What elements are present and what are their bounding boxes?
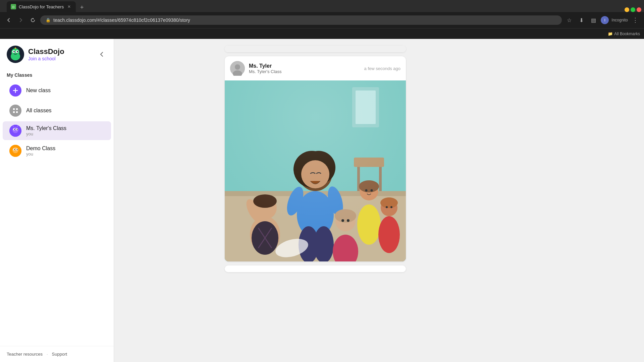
incognito-label: Incognito xyxy=(611,18,628,22)
minimize-button[interactable]: – xyxy=(625,7,629,12)
svg-point-18 xyxy=(12,127,18,133)
story-image xyxy=(225,80,406,261)
story-card-top xyxy=(225,46,406,52)
right-panel xyxy=(517,39,644,362)
svg-point-26 xyxy=(17,125,18,126)
demo-class-text: Demo Class you xyxy=(26,145,55,157)
demo-class-icon xyxy=(9,145,21,157)
footer-separator: · xyxy=(47,352,48,357)
sidebar-item-demo-class[interactable]: Demo Class you xyxy=(3,141,111,160)
folder-icon: 📁 xyxy=(608,32,613,36)
svg-point-21 xyxy=(14,129,15,130)
story-card-main: Ms. Tyler Ms. Tyler's Class a few second… xyxy=(225,56,406,261)
logo-text: ClassDojo Join a school xyxy=(28,47,64,61)
demo-class-sub: you xyxy=(26,152,55,157)
svg-point-28 xyxy=(12,147,18,153)
svg-marker-2 xyxy=(33,18,34,20)
new-class-text: New class xyxy=(26,87,51,94)
profile-button[interactable]: I xyxy=(601,16,609,24)
author-avatar xyxy=(230,61,245,76)
ms-tyler-class-icon xyxy=(9,125,21,137)
lock-icon: 🔒 xyxy=(46,18,51,22)
svg-point-24 xyxy=(13,125,14,126)
svg-point-32 xyxy=(17,149,18,150)
forward-button[interactable] xyxy=(16,15,25,25)
tab-close-button[interactable]: ✕ xyxy=(66,4,72,9)
sidebar-header: ClassDojo Join a school xyxy=(0,46,114,70)
ms-tyler-class-name: Ms. Tyler's Class xyxy=(26,125,66,131)
download-button[interactable]: ⬇ xyxy=(577,15,586,25)
feed-container: Ms. Tyler Ms. Tyler's Class a few second… xyxy=(225,46,406,355)
back-button[interactable] xyxy=(4,15,13,25)
svg-text:D: D xyxy=(12,5,15,9)
bookmarks-label-text: All Bookmarks xyxy=(614,32,640,36)
bookmark-star-button[interactable]: ☆ xyxy=(565,15,574,25)
story-timestamp: a few seconds ago xyxy=(364,66,400,71)
nav-bar: 🔒 teach.classdojo.com/#/classes/65974c81… xyxy=(0,12,644,28)
nav-actions: ☆ ⬇ ▤ I Incognito ⋮ xyxy=(565,15,640,25)
reload-button[interactable] xyxy=(28,15,38,25)
svg-rect-15 xyxy=(13,111,15,113)
story-card-header: Ms. Tyler Ms. Tyler's Class a few second… xyxy=(225,56,406,80)
story-card-bottom xyxy=(225,265,406,272)
new-class-label: New class xyxy=(26,87,51,94)
sidebar-item-ms-tyler[interactable]: Ms. Tyler's Class you xyxy=(3,121,111,140)
svg-rect-76 xyxy=(225,80,406,261)
all-classes-label: All classes xyxy=(26,108,52,114)
new-class-icon xyxy=(9,84,21,97)
story-class: Ms. Tyler's Class xyxy=(249,69,360,74)
ms-tyler-class-text: Ms. Tyler's Class you xyxy=(26,125,66,136)
story-meta: Ms. Tyler Ms. Tyler's Class xyxy=(249,63,360,74)
classdojo-logo xyxy=(7,46,24,63)
support-link[interactable]: Support xyxy=(52,352,67,357)
join-school-link[interactable]: Join a school xyxy=(28,56,64,61)
svg-point-31 xyxy=(14,149,15,150)
svg-point-34 xyxy=(235,64,240,70)
svg-rect-13 xyxy=(13,108,15,110)
svg-point-9 xyxy=(17,51,18,52)
svg-rect-14 xyxy=(16,108,18,110)
new-tab-button[interactable]: + xyxy=(77,3,87,12)
demo-class-name: Demo Class xyxy=(26,145,55,152)
sidebar-item-new-class[interactable]: New class xyxy=(3,81,111,100)
all-classes-text: All classes xyxy=(26,108,52,114)
story-author: Ms. Tyler xyxy=(249,63,360,69)
sidebar-toggle-button[interactable]: ▤ xyxy=(589,15,598,25)
svg-rect-16 xyxy=(16,111,18,113)
sidebar-item-all-classes[interactable]: All classes xyxy=(3,101,111,120)
maximize-button[interactable]: □ xyxy=(631,7,635,12)
svg-point-8 xyxy=(13,51,15,52)
tab-favicon: D xyxy=(11,4,16,9)
main-content: Ms. Tyler Ms. Tyler's Class a few second… xyxy=(114,39,517,362)
browser-chrome: D ClassDojo for Teachers ✕ + – □ ✕ 🔒 tea… xyxy=(0,0,644,39)
tab-bar: D ClassDojo for Teachers ✕ + – □ ✕ xyxy=(0,0,644,12)
active-tab[interactable]: D ClassDojo for Teachers ✕ xyxy=(7,1,76,12)
app-layout: ClassDojo Join a school My Classes New c… xyxy=(0,39,644,362)
my-classes-label: My Classes xyxy=(0,70,114,80)
teacher-resources-link[interactable]: Teacher resources xyxy=(7,352,43,357)
app-name: ClassDojo xyxy=(28,47,64,56)
ms-tyler-class-sub: you xyxy=(26,131,66,136)
sidebar-footer: Teacher resources · Support xyxy=(0,346,114,362)
sidebar: ClassDojo Join a school My Classes New c… xyxy=(0,39,114,362)
bookmarks-folder-button[interactable]: 📁 All Bookmarks xyxy=(608,32,640,36)
sidebar-collapse-button[interactable] xyxy=(96,49,107,60)
url-text: teach.classdojo.com/#/classes/65974c810c… xyxy=(53,17,190,23)
logo-area: ClassDojo Join a school xyxy=(7,46,64,63)
tab-title: ClassDojo for Teachers xyxy=(19,4,64,9)
menu-button[interactable]: ⋮ xyxy=(631,15,640,25)
all-classes-icon xyxy=(9,105,21,117)
svg-point-22 xyxy=(17,129,18,130)
address-bar[interactable]: 🔒 teach.classdojo.com/#/classes/65974c81… xyxy=(40,15,562,25)
bookmarks-bar: 📁 All Bookmarks xyxy=(0,28,644,39)
close-button[interactable]: ✕ xyxy=(637,7,641,12)
